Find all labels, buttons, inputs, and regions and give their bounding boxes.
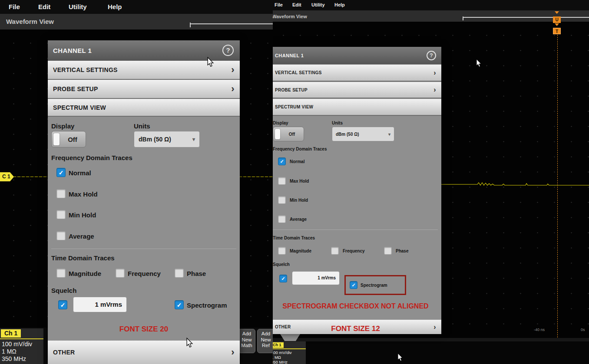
horizontal-scale-line[interactable] [190,23,273,27]
menu-utility[interactable]: Utility [69,3,87,10]
section-spectrum-view[interactable]: SPECTRUM VIEW [270,99,441,116]
spectrogram-label: Spectrogram [361,283,387,288]
display-toggle[interactable]: Off [51,131,86,148]
spectrogram-checkbox[interactable]: ✓ [175,300,184,309]
max-hold-checkbox[interactable] [278,177,286,185]
check-icon: ✓ [280,159,284,164]
section-label: PROBE SETUP [53,85,98,92]
squelch-value-field[interactable]: 1 mVrms [73,297,127,312]
check-icon: ✓ [177,302,182,308]
units-value: dBm (50 Ω) [139,136,171,143]
channel-impedance: 1 MΩ [2,348,17,355]
menu-bar-right: File Edit Utility Help [270,0,589,10]
help-icon[interactable]: ? [222,45,234,56]
check-icon: ✓ [351,282,355,288]
menu-file[interactable]: File [275,2,283,7]
phase-checkbox[interactable] [175,269,184,278]
menu-utility[interactable]: Utility [311,2,325,7]
max-hold-checkbox[interactable] [56,189,66,198]
display-toggle-value: Off [60,136,86,143]
menu-edit[interactable]: Edit [38,3,50,10]
frequency-label: Frequency [128,270,161,277]
font-size-annotation-right: FONT SIZE 12 [270,325,441,333]
time-traces-label: Time Domain Traces [51,254,115,262]
divider [51,249,236,249]
frequency-checkbox[interactable] [331,247,339,255]
menu-help[interactable]: Help [334,2,345,7]
channel-scale: 100 mV/div [2,341,32,348]
spectrum-view-body: Display Off Units dBm (50 Ω) ▾ Frequency… [48,117,240,341]
section-label: OTHER [53,349,75,356]
squelch-checkbox[interactable]: ✓ [58,300,67,309]
spectrogram-checkbox[interactable]: ✓ [350,281,357,289]
section-label: VERTICAL SETTINGS [275,70,322,75]
caret-down-icon: ▾ [388,132,390,137]
mouse-cursor-icon [397,353,404,362]
caret-down-icon: ▾ [192,136,195,142]
trigger-marker-t[interactable]: T [553,28,561,34]
average-label: Average [69,233,94,240]
min-hold-checkbox[interactable] [56,210,66,219]
average-checkbox[interactable] [278,215,286,223]
units-label: Units [332,121,343,125]
min-hold-checkbox[interactable] [278,196,286,204]
misaligned-annotation: SPECTROGRAM CHECKBOX NOT ALIGNED [270,302,441,310]
trigger-arrow-icon [555,11,559,16]
menu-help[interactable]: Help [108,3,122,10]
channel-info-right[interactable]: Ch 1 100 mV/div 1 MΩ 350 MHz [270,341,306,364]
squelch-checkbox[interactable]: ✓ [279,275,287,282]
menu-file[interactable]: File [9,3,20,10]
bottom-divider-right [270,338,589,341]
waveform-view-tab[interactable]: Waveform View [272,14,307,19]
normal-label: Normal [69,169,91,177]
min-hold-label: Min Hold [69,211,96,219]
check-icon: ✓ [59,169,64,176]
units-dropdown[interactable]: dBm (50 Ω) ▾ [332,127,394,141]
bottom-bar-right [270,341,589,364]
channel1-panel-small: CHANNEL 1 ? VERTICAL SETTINGS › PROBE SE… [270,47,441,334]
display-toggle-value: Off [280,132,304,137]
section-probe-setup[interactable]: PROBE SETUP › [48,80,240,99]
chevron-right-icon: › [433,69,436,77]
trigger-marker-u[interactable]: U [553,16,561,23]
channel-badge[interactable]: Ch 1 [1,329,21,338]
menu-edit[interactable]: Edit [292,2,301,7]
font-size-annotation-left: FONT SIZE 20 [48,325,240,334]
channel-bandwidth: 350 MHz [2,355,26,362]
right-screenshot: File Edit Utility Help Waveform View U T… [270,0,589,364]
normal-checkbox[interactable]: ✓ [56,168,66,177]
section-probe-setup[interactable]: PROBE SETUP › [270,82,441,98]
help-icon[interactable]: ? [427,51,436,60]
section-spectrum-view[interactable]: SPECTRUM VIEW [48,99,240,117]
display-toggle[interactable]: Off [273,127,304,141]
units-dropdown[interactable]: dBm (50 Ω) ▾ [134,131,200,148]
magnitude-checkbox[interactable] [278,247,286,255]
units-value: dBm (50 Ω) [336,132,359,137]
add-new-ref-button[interactable]: Add New Ref [257,329,273,353]
section-other[interactable]: OTHER › [48,341,240,364]
menu-bar-left: File Edit Utility Help [0,0,273,14]
view-header-right: Waveform View [270,10,589,22]
channel-info-left[interactable]: Ch 1 100 mV/div 1 MΩ 350 MHz [0,328,43,364]
section-vertical-settings[interactable]: VERTICAL SETTINGS › [270,65,441,82]
normal-label: Normal [290,159,304,164]
horizontal-scale-line[interactable] [463,17,589,20]
normal-checkbox[interactable]: ✓ [278,157,286,165]
squelch-label: Squelch [273,262,290,267]
check-icon: ✓ [281,276,285,282]
waveform-view-tab[interactable]: Waveform View [6,18,54,25]
frequency-checkbox[interactable] [116,269,125,278]
add-new-math-button[interactable]: Add New Math [238,329,255,353]
channel1-panel-large: CHANNEL 1 ? VERTICAL SETTINGS › PROBE SE… [48,40,240,364]
average-checkbox[interactable] [56,231,66,240]
squelch-value-field[interactable]: 1 mVrms [292,271,340,285]
mouse-cursor-icon [186,338,193,348]
magnitude-checkbox[interactable] [56,269,66,278]
check-icon: ✓ [60,302,66,308]
frequency-label: Frequency [343,249,365,253]
chevron-right-icon: › [231,347,235,358]
view-header-left: Waveform View [0,14,273,30]
mouse-cursor-icon [476,59,482,68]
squelch-label: Squelch [51,287,76,294]
phase-checkbox[interactable] [384,247,392,255]
